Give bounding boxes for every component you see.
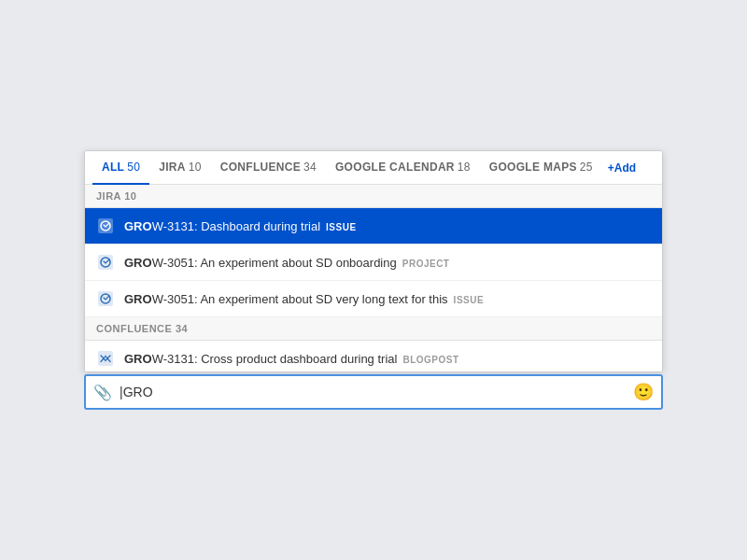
search-row: 📎 🙂 bbox=[84, 374, 663, 410]
tab-google-calendar[interactable]: GOOGLE CALENDAR 18 bbox=[326, 151, 480, 185]
tab-google-maps-count: 25 bbox=[580, 161, 593, 174]
search-input[interactable] bbox=[120, 385, 633, 399]
add-tab-button[interactable]: +Add bbox=[602, 161, 641, 175]
tab-confluence-label: CONFLUENCE bbox=[220, 161, 301, 174]
tab-jira-label: JIRA bbox=[159, 161, 186, 174]
item-content: GROW-3131: Cross product dashboard durin… bbox=[124, 352, 651, 366]
jira-icon bbox=[96, 253, 115, 272]
jira-icon bbox=[96, 217, 115, 235]
results-area: JIRA 10 GROW-3131: Dashboard during tria… bbox=[85, 185, 662, 371]
tab-all[interactable]: ALL 50 bbox=[92, 151, 149, 185]
tab-jira[interactable]: JIRA 10 bbox=[149, 151, 211, 185]
tab-google-maps-label: GOOGLE MAPS bbox=[489, 161, 577, 174]
tab-google-maps[interactable]: GOOGLE MAPS 25 bbox=[480, 151, 602, 185]
list-item[interactable]: GROW-3051: An experiment about SD onboar… bbox=[85, 245, 662, 281]
item-content: GROW-3051: An experiment about SD very l… bbox=[124, 292, 651, 306]
results-dropdown: ALL 50 JIRA 10 CONFLUENCE 34 GOOGLE CALE… bbox=[84, 150, 663, 372]
svg-rect-6 bbox=[98, 351, 113, 366]
tab-jira-count: 10 bbox=[189, 161, 202, 174]
tab-confluence-count: 34 bbox=[303, 161, 317, 174]
jira-icon bbox=[96, 289, 115, 308]
tab-confluence[interactable]: CONFLUENCE 34 bbox=[211, 151, 326, 185]
item-content: GROW-3131: Dashboard during trialISSUE bbox=[124, 219, 651, 233]
tab-google-calendar-count: 18 bbox=[458, 161, 471, 174]
tab-google-calendar-label: GOOGLE CALENDAR bbox=[335, 161, 455, 174]
tab-all-count: 50 bbox=[127, 161, 140, 174]
item-content: GROW-3051: An experiment about SD onboar… bbox=[124, 256, 651, 270]
confluence-section-header: CONFLUENCE 34 bbox=[85, 317, 662, 341]
list-item[interactable]: GROW-3131: Cross product dashboard durin… bbox=[85, 341, 662, 371]
attach-icon[interactable]: 📎 bbox=[93, 384, 112, 401]
tab-all-label: ALL bbox=[102, 161, 124, 174]
list-item[interactable]: GROW-3051: An experiment about SD very l… bbox=[85, 281, 662, 317]
search-container: ALL 50 JIRA 10 CONFLUENCE 34 GOOGLE CALE… bbox=[84, 150, 663, 410]
emoji-icon[interactable]: 🙂 bbox=[633, 382, 654, 402]
list-item[interactable]: GROW-3131: Dashboard during trialISSUE bbox=[85, 208, 662, 245]
jira-section-header: JIRA 10 bbox=[85, 185, 662, 208]
tabs-row: ALL 50 JIRA 10 CONFLUENCE 34 GOOGLE CALE… bbox=[85, 151, 662, 185]
confluence-icon bbox=[96, 349, 115, 368]
